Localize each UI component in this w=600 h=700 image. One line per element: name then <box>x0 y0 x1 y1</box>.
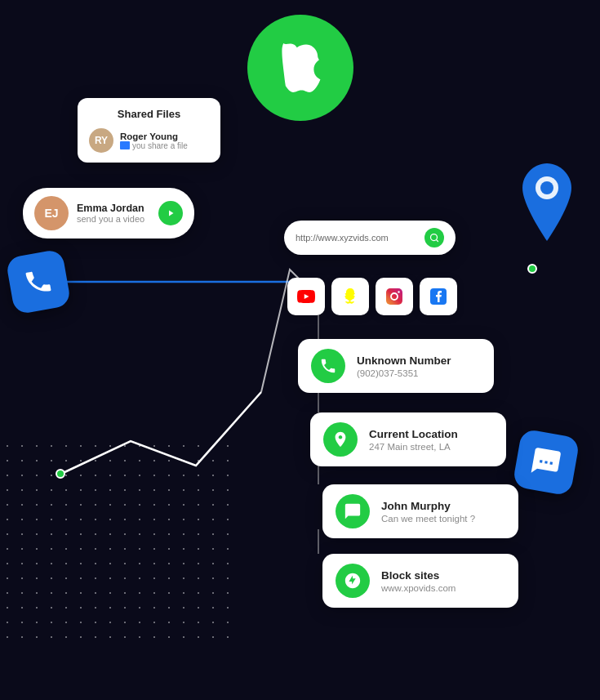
url-bar[interactable]: http://www.xyzvids.com <box>284 221 456 255</box>
unknown-number-card[interactable]: Unknown Number (902)037-5351 <box>298 339 494 393</box>
emma-avatar: EJ <box>34 196 69 230</box>
current-location-card[interactable]: Current Location 247 Main street, LA <box>310 412 506 466</box>
chart-dot-2 <box>527 264 537 274</box>
emma-name: Emma Jordan <box>77 203 144 214</box>
location-address: 247 Main street, LA <box>369 442 458 452</box>
location-icon-circle <box>323 422 358 457</box>
location-pin-badge <box>514 163 580 241</box>
emma-sub: send you a video <box>77 214 144 224</box>
play-button[interactable] <box>158 201 183 225</box>
location-title: Current Location <box>369 428 458 440</box>
roger-name: Roger Young <box>120 132 188 141</box>
file-icon <box>120 141 130 149</box>
search-button[interactable] <box>424 228 444 247</box>
phone-badge[interactable] <box>5 248 71 314</box>
john-murphy-name: John Murphy <box>381 500 475 512</box>
block-sites-card[interactable]: Block sites www.xpovids.com <box>322 554 518 608</box>
unknown-number-sub: (902)037-5351 <box>357 368 451 378</box>
snapchat-icon[interactable] <box>331 278 369 315</box>
shared-files-title: Shared Files <box>89 108 209 120</box>
phone-call-icon-circle <box>311 349 345 383</box>
apple-icon <box>276 43 325 92</box>
chat-icon <box>528 444 564 480</box>
youtube-icon[interactable] <box>287 278 325 315</box>
social-icons-row <box>287 278 457 315</box>
block-sites-title: Block sites <box>381 569 456 582</box>
svg-point-11 <box>540 181 553 194</box>
chart-dot-1 <box>56 469 65 479</box>
facebook-icon[interactable] <box>420 278 457 315</box>
shared-files-card: Shared Files RY Roger Young you share a … <box>78 98 220 163</box>
john-murphy-card[interactable]: John Murphy Can we meet tonight ? <box>322 484 518 538</box>
block-icon-circle <box>336 564 370 598</box>
apple-logo-circle <box>247 15 353 121</box>
svg-rect-6 <box>386 288 402 305</box>
block-sites-url: www.xpovids.com <box>381 583 456 593</box>
roger-sub: you share a file <box>120 141 188 150</box>
chat-badge[interactable] <box>512 428 580 496</box>
dot-grid-decoration <box>0 439 229 651</box>
message-icon-circle <box>336 494 370 528</box>
roger-avatar: RY <box>89 128 113 153</box>
unknown-number-title: Unknown Number <box>357 354 451 367</box>
emma-jordan-card[interactable]: EJ Emma Jordan send you a video <box>23 188 194 239</box>
john-murphy-message: Can we meet tonight ? <box>381 514 475 524</box>
instagram-icon[interactable] <box>376 278 413 315</box>
phone-icon <box>21 265 56 299</box>
svg-point-8 <box>398 291 399 292</box>
url-text: http://www.xyzvids.com <box>296 233 389 243</box>
